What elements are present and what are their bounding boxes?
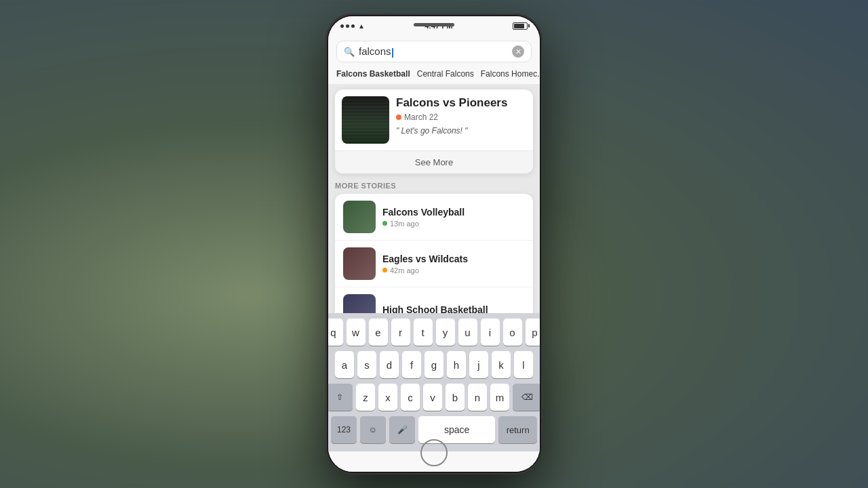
search-area: 🔍 falcons ✕ [328,35,540,66]
featured-info: Falcons vs Pioneers March 22 " Let's go … [396,96,526,136]
signal-dot-3 [351,24,355,28]
key-f[interactable]: f [402,351,421,378]
search-input[interactable]: falcons [359,45,508,57]
key-r[interactable]: r [391,319,410,346]
key-e[interactable]: e [369,319,388,346]
story-info-1: Eagles vs Wildcats 42m ago [382,253,525,274]
battery-fill [514,24,524,28]
story-item-0[interactable]: Falcons Volleyball 13m ago [335,194,533,241]
key-k[interactable]: k [492,351,511,378]
key-q[interactable]: q [328,319,343,346]
signal-area: ▲ [340,22,365,30]
meta-time-1: 42m ago [390,266,419,274]
key-v[interactable]: v [423,384,442,411]
battery-indicator [513,22,528,30]
emoji-key[interactable]: ☺ [360,416,386,443]
meta-time-0: 13m ago [390,220,419,228]
thumbnail-image [342,96,389,144]
story-thumb-image-2 [343,294,376,313]
story-item-2[interactable]: High School Basketball [335,287,533,313]
featured-quote: " Let's go Falcons! " [396,126,526,136]
keyboard: q w e r t y u i o p a s d f g h j k [328,313,540,451]
featured-date: March 22 [396,113,526,122]
story-info-0: Falcons Volleyball 13m ago [382,207,525,228]
see-more-button[interactable]: See More [335,150,533,174]
suggestion-chip-1[interactable]: Central Falcons [417,69,474,79]
speaker [414,23,454,26]
story-title-1: Eagles vs Wildcats [382,253,525,264]
meta-dot-0 [382,221,387,226]
key-a[interactable]: a [335,351,354,378]
mic-key[interactable]: 🎤 [389,416,415,443]
key-b[interactable]: b [446,384,465,411]
key-l[interactable]: l [514,351,533,378]
story-title-2: High School Basketball [382,304,525,314]
key-j[interactable]: j [469,351,488,378]
key-y[interactable]: y [436,319,455,346]
featured-date-text: March 22 [404,113,438,122]
suggestion-chip-2[interactable]: Falcons Homec... [481,69,540,79]
story-thumb-1 [343,247,376,280]
key-s[interactable]: s [357,351,376,378]
featured-story-card[interactable]: Falcons vs Pioneers March 22 " Let's go … [335,89,533,174]
key-n[interactable]: n [468,384,487,411]
keyboard-row-1: q w e r t y u i o p [331,319,537,346]
key-t[interactable]: t [414,319,433,346]
key-i[interactable]: i [481,319,500,346]
search-bar[interactable]: 🔍 falcons ✕ [336,41,532,62]
featured-card-inner: Falcons vs Pioneers March 22 " Let's go … [335,89,533,150]
backspace-key[interactable]: ⌫ [513,384,540,411]
featured-thumbnail [342,96,389,144]
more-stories-header: MORE STORIES [328,176,540,194]
key-c[interactable]: c [401,384,420,411]
numbers-key[interactable]: 123 [331,416,357,443]
key-u[interactable]: u [458,319,477,346]
search-icon: 🔍 [344,47,355,57]
key-x[interactable]: x [378,384,397,411]
story-title-0: Falcons Volleyball [382,207,525,218]
story-thumb-0 [343,201,376,233]
content-area: Falcons vs Pioneers March 22 " Let's go … [328,84,540,313]
signal-dot-2 [346,24,349,28]
date-dot [396,115,401,120]
story-item-1[interactable]: Eagles vs Wildcats 42m ago [335,241,533,287]
meta-dot-1 [382,268,387,272]
key-z[interactable]: z [356,384,375,411]
key-h[interactable]: h [447,351,466,378]
key-p[interactable]: p [526,319,540,346]
key-g[interactable]: g [425,351,443,378]
search-suggestions: Falcons Basketball Central Falcons Falco… [328,66,540,84]
suggestion-chip-0[interactable]: Falcons Basketball [336,69,410,79]
shift-key[interactable]: ⇧ [328,384,353,411]
signal-dot-1 [340,24,344,28]
key-d[interactable]: d [380,351,399,378]
wifi-icon: ▲ [358,22,365,30]
clear-search-button[interactable]: ✕ [512,45,524,58]
story-info-2: High School Basketball [382,304,525,314]
story-meta-1: 42m ago [382,266,525,274]
keyboard-row-3: ⇧ z x c v b n m ⌫ [331,384,537,411]
phone-frame: ▲ 4:47 PM 🔍 falcons ✕ Falcons Basketball… [326,14,542,474]
home-button[interactable] [420,439,448,466]
story-thumb-image-1 [343,247,376,280]
story-thumb-2 [343,294,376,313]
stories-list: Falcons Volleyball 13m ago Eagles vs Wil… [335,194,533,313]
keyboard-row-2: a s d f g h j k l [331,351,537,378]
featured-title: Falcons vs Pioneers [396,96,526,110]
key-w[interactable]: w [347,319,366,346]
key-o[interactable]: o [503,319,522,346]
story-thumb-image-0 [343,201,376,233]
return-key[interactable]: return [498,416,537,443]
story-meta-0: 13m ago [382,220,525,228]
key-m[interactable]: m [490,384,509,411]
